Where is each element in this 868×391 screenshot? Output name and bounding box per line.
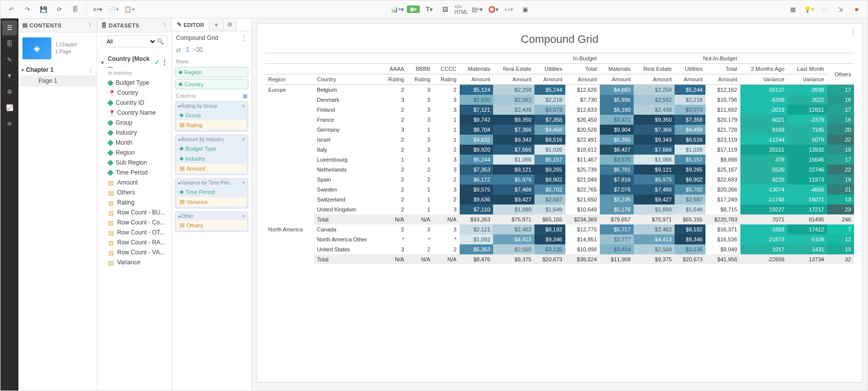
country-cell: Israel — [314, 135, 381, 145]
row-chip[interactable]: ◆Country — [175, 79, 248, 89]
compound-grid-widget[interactable]: ⋮ Compound Grid In-BudgetNot-In-BudgetAA… — [257, 23, 863, 383]
dock-button[interactable]: ⇲ — [834, 2, 848, 16]
idea-button[interactable]: 💡▾ — [802, 2, 816, 16]
dataset-item[interactable]: ▤Row Count - BU... — [101, 207, 168, 217]
dataset-group-header[interactable]: ▾ Country (Mock ... ✓ ⋮ — [101, 54, 168, 70]
dataset-item[interactable]: 📍Country — [101, 88, 168, 98]
variance-cell: -11748 — [740, 195, 788, 204]
row-chip[interactable]: ◆Region — [175, 67, 248, 77]
swap-icon[interactable]: ⇄ — [176, 46, 181, 53]
html-button[interactable]: </>HTML — [454, 2, 468, 16]
column-chip[interactable]: ◆Group — [176, 110, 247, 120]
document-card[interactable]: ◈ 1 Chapter 1 Page — [18, 34, 97, 62]
dataset-item[interactable]: Country ID — [101, 98, 168, 108]
rail-toc-icon[interactable]: ☰ — [2, 20, 17, 35]
rating-cell: 2 — [381, 224, 407, 234]
country-cell: Luxembourg — [314, 155, 381, 165]
dataset-item[interactable]: ▤Row Count - OT... — [101, 227, 168, 237]
dataset-item[interactable]: ▤Variance — [101, 257, 168, 267]
variance-cell: -13074 — [740, 185, 788, 195]
contents-menu-button[interactable]: ⋮ — [87, 22, 93, 28]
save-button[interactable]: 💾 — [36, 2, 50, 16]
page-row[interactable]: Page 1 — [18, 75, 97, 86]
column-chip[interactable]: ▤Others — [176, 220, 247, 230]
stop-button[interactable]: ■ — [850, 2, 864, 16]
panel-button[interactable]: ▭+ — [502, 2, 516, 16]
column-chip[interactable]: ▤Amount — [176, 164, 247, 173]
column-chip[interactable]: ▤Rating — [176, 120, 247, 130]
chapter-menu[interactable]: ⋮ — [88, 66, 94, 73]
column-chip[interactable]: ◆Time Period — [176, 187, 247, 196]
close-icon[interactable]: × — [242, 137, 245, 142]
responsive-button[interactable]: ▦ — [786, 2, 800, 16]
variance-cell: 5079 — [787, 135, 827, 145]
close-icon[interactable]: × — [242, 180, 245, 186]
sigma-icon[interactable]: Σ — [186, 46, 189, 53]
refresh-button[interactable]: ⟳ — [52, 2, 66, 16]
database-button[interactable]: 🗄 — [68, 2, 82, 16]
amount-subhdr: Amount — [493, 74, 534, 85]
dataset-item[interactable]: ▤Others — [101, 188, 168, 197]
rail-funnel-icon[interactable]: ▼ — [2, 68, 17, 83]
dataset-item[interactable]: Time Period — [101, 168, 168, 178]
redo-button[interactable]: ↷ — [20, 2, 34, 16]
widget-menu-button[interactable]: ⋮ — [850, 29, 856, 36]
filter-button[interactable]: ▣▾ — [406, 2, 420, 16]
rating-total-cell: N/A — [433, 254, 459, 264]
datasets-menu-button[interactable]: ⋮ — [162, 22, 168, 28]
rating-cell: 2 — [381, 204, 407, 214]
datasets-filter-select[interactable]: All — [105, 38, 157, 45]
new-sheet-button[interactable]: 📄+ — [107, 2, 121, 16]
amount-cell: $2,582 — [493, 95, 534, 105]
rail-pencil-icon[interactable]: ✎ — [2, 52, 17, 67]
dataset-item[interactable]: Sub Region — [101, 158, 168, 168]
chart-button[interactable]: 📊+▾ — [390, 2, 404, 16]
image-button[interactable]: 🖼 — [438, 2, 452, 16]
duplicate-button[interactable]: 📋+ — [123, 2, 137, 16]
dataset-item[interactable]: Group — [101, 118, 168, 128]
dataset-item[interactable]: ▤Amount — [101, 178, 168, 188]
rows-dropzone[interactable]: ◆Region◆Country — [175, 67, 248, 91]
dataset-item[interactable]: Budget Type — [101, 78, 168, 88]
eraser-icon[interactable]: ⌫ — [194, 46, 203, 53]
close-icon[interactable]: × — [242, 213, 245, 219]
widget-button[interactable]: ▤+▾ — [470, 2, 484, 16]
column-group[interactable]: ▸ Rating by Group×◆Group▤Rating — [175, 101, 248, 132]
shape-button[interactable]: ⭕▾ — [486, 2, 500, 16]
rating-cell: 1 — [407, 155, 433, 165]
grid-layout-icon[interactable]: ▦ — [243, 93, 247, 99]
dataset-item[interactable]: Industry — [101, 128, 168, 138]
dataset-item[interactable]: Region — [101, 148, 168, 158]
column-group[interactable]: ▸ Other×▤Others — [175, 211, 248, 232]
column-chip[interactable]: ◆Budget Type — [176, 144, 247, 153]
add-data-button[interactable]: ≡+▾ — [91, 2, 105, 16]
editor-tab[interactable]: ✎ EDITOR — [172, 18, 209, 31]
rail-layers-icon[interactable]: ≋ — [2, 116, 17, 131]
editor-viz-menu[interactable]: ⋮ — [241, 34, 247, 41]
amount-cell: $7,366 — [493, 125, 534, 135]
rail-settings-icon[interactable]: ⚙ — [2, 84, 17, 99]
layers-button[interactable]: ▣ — [518, 2, 532, 16]
dataset-item[interactable]: Month — [101, 138, 168, 148]
column-chip[interactable]: ▤Variance — [176, 197, 247, 206]
freeform-button[interactable]: ▭ — [818, 2, 832, 16]
column-group[interactable]: ▸ Amount by Industry×◆Budget Type◆Indust… — [175, 135, 248, 175]
column-chip[interactable]: ◆Industry — [176, 154, 247, 163]
rail-datasets-icon[interactable]: 🗄 — [2, 36, 17, 51]
text-button[interactable]: T▾ — [422, 2, 436, 16]
dataset-item[interactable]: ▤Rating — [101, 197, 168, 207]
undo-button[interactable]: ↶ — [4, 2, 18, 16]
dataset-group-menu[interactable]: ⋮ — [162, 59, 168, 66]
dataset-item[interactable]: ▤Row Count - Co... — [101, 217, 168, 227]
column-group[interactable]: ▸ Variance by Time Peri...×◆Time Period▤… — [175, 178, 248, 208]
datasets-search[interactable]: All 🔍 — [101, 35, 168, 47]
close-icon[interactable]: × — [242, 103, 245, 109]
chapter-row[interactable]: ▾ Chapter 1 ⋮ — [18, 64, 97, 75]
dataset-item[interactable]: 📍Country Name — [101, 108, 168, 118]
table-row: United Kingdom213$7,110$1,890$1,649$10,6… — [265, 204, 854, 214]
rail-metrics-icon[interactable]: 📈 — [2, 100, 17, 115]
format-tab[interactable]: ⚙ — [223, 18, 237, 31]
filter-tab[interactable]: ▼ — [209, 18, 223, 31]
dataset-item[interactable]: ▤Row Count - RA... — [101, 237, 168, 247]
dataset-item[interactable]: ▤Row Count - VA... — [101, 247, 168, 257]
